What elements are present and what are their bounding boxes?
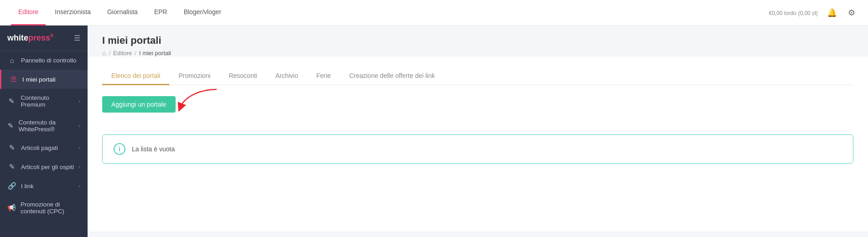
tab-archivio[interactable]: Archivio [266,67,307,85]
balance-display: €0,00 lordo (0,00 zł) [769,9,818,16]
main-content: I miei portali ⌂ / Editore / I miei port… [88,26,868,237]
sidebar-item-portali-label: I miei portali [22,76,56,83]
breadcrumb-sep2: / [135,50,136,57]
tab-resoconti[interactable]: Resoconti [219,67,266,85]
sidebar-item-promozione-label: Promozione di contenuti (CPC) [21,201,80,215]
contenuto-wp-icon: ✎ [7,122,14,130]
top-navigation: Editore Inserzionista Giornalista EPR Bl… [0,0,868,26]
nav-tab-giornalista[interactable]: Giornalista [100,0,145,26]
logo-wordmark: whitepress® [7,33,53,43]
portali-icon: ☰ [9,75,18,83]
sidebar-item-articoli-pagati-label: Articoli pagati [21,144,58,151]
nav-tab-bloger[interactable]: Bloger/vloger [177,0,229,26]
breadcrumb-home-icon: ⌂ [102,49,106,57]
sidebar-item-pannello-label: Pannello di controllo [21,57,77,64]
sidebar-item-contenuto-premium-label: Contenuto Premium [21,94,74,108]
sidebar-item-pannello[interactable]: ⌂ Pannello di controllo [0,51,88,70]
arrow-annotation-svg [178,87,219,114]
sidebar-item-articoli-ospiti[interactable]: ✎ Articoli per gli ospiti › [0,157,88,176]
add-portal-button[interactable]: Aggiungi un portale [102,96,176,113]
nav-tab-inserzionista[interactable]: Inserzionista [47,0,98,26]
nav-tab-editore[interactable]: Editore [11,0,46,26]
sidebar-item-promozione[interactable]: 📢 Promozione di contenuti (CPC) [0,196,88,220]
page-title: I miei portali [102,35,853,46]
empty-list-box: i La lista è vuota [102,134,853,164]
articoli-pagati-icon: ✎ [7,144,16,152]
sidebar-item-contenuto-wp[interactable]: ✎ Contenuto da WhitePress® › [0,113,88,138]
empty-list-message: La lista è vuota [132,145,175,153]
breadcrumb-portali: I miei portali [139,50,171,57]
tab-creazione-offerte[interactable]: Creazione delle offerte dei link [340,67,444,85]
sidebar-item-link[interactable]: 🔗 I link › [0,176,88,196]
breadcrumb: ⌂ / Editore / I miei portali [102,49,853,57]
tab-promozioni[interactable]: Promozioni [169,67,219,85]
content-area: Elenco dei portali Promozioni Resoconti … [88,57,868,232]
top-nav-right: €0,00 lordo (0,00 zł) 🔔 ⚙ [769,6,857,20]
sidebar: whitepress® ☰ ⌂ Pannello di controllo ☰ … [0,26,88,237]
settings-gear-button[interactable]: ⚙ [846,6,857,20]
sidebar-item-contenuto-wp-label: Contenuto da WhitePress® [19,119,74,133]
chevron-right-icon: › [78,98,80,104]
add-portal-container: Aggiungi un portale [102,96,176,124]
home-icon: ⌂ [7,57,16,64]
chevron-right-icon5: › [78,183,80,189]
notification-bell-button[interactable]: 🔔 [825,6,839,20]
nav-tab-epr[interactable]: EPR [147,0,175,26]
sidebar-item-contenuto-premium[interactable]: ✎ Contenuto Premium › [0,89,88,113]
sidebar-logo: whitepress® ☰ [0,26,88,51]
sidebar-item-articoli-ospiti-label: Articoli per gli ospiti [21,164,74,170]
tab-elenco-portali[interactable]: Elenco dei portali [102,67,169,85]
hamburger-icon[interactable]: ☰ [74,34,80,42]
sidebar-item-portali[interactable]: ☰ I miei portali [0,70,88,89]
breadcrumb-sep1: / [109,50,110,57]
tab-ferie[interactable]: Ferie [307,67,340,85]
promozione-icon: 📢 [7,204,16,212]
nav-tabs: Editore Inserzionista Giornalista EPR Bl… [11,0,229,26]
page-header: I miei portali ⌂ / Editore / I miei port… [88,26,868,57]
content-tabs-bar: Elenco dei portali Promozioni Resoconti … [102,57,853,85]
chevron-right-icon3: › [78,145,80,150]
link-icon: 🔗 [7,182,16,190]
info-icon: i [114,143,125,155]
main-layout: whitepress® ☰ ⌂ Pannello di controllo ☰ … [0,26,868,237]
sidebar-item-link-label: I link [21,183,34,190]
chevron-right-icon2: › [78,123,80,129]
sidebar-item-articoli-pagati[interactable]: ✎ Articoli pagati › [0,138,88,157]
articoli-ospiti-icon: ✎ [7,163,16,171]
contenuto-premium-icon: ✎ [7,97,16,105]
chevron-right-icon4: › [78,164,80,170]
breadcrumb-editore: Editore [113,50,132,57]
